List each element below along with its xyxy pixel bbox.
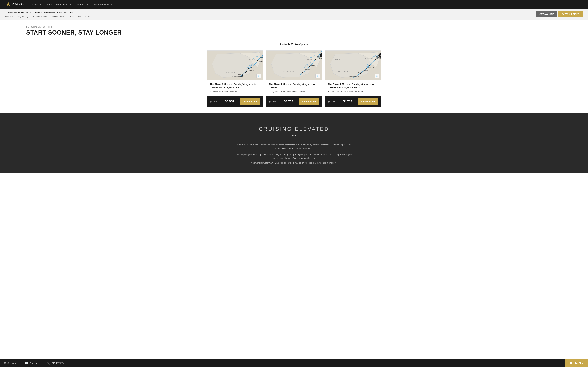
card-body-1: The Rhine & Moselle: Canals, Vineyards &… — [207, 80, 263, 96]
top-navigation: AVALON WATERWAYS Cruises ▼ Deals Why Ava… — [0, 0, 588, 9]
card-map-3: GERMANY LUXEMBOURG PARIS COLOGNE ENGERS … — [325, 51, 381, 80]
svg-text:🚢: 🚢 — [317, 54, 320, 58]
card-desc-2: 8 Day River Cruise Amsterdam to Remich — [269, 91, 319, 93]
elevated-body: Avalon Waterways has redefined cruising … — [235, 143, 353, 165]
map-zoom-button-3[interactable]: 🔍 — [375, 74, 379, 78]
svg-text:COCHEM: COCHEM — [363, 70, 368, 71]
svg-text:COLOGNE: COLOGNE — [259, 61, 263, 62]
card-map-2: GERMANY LUXEMBOURG COLOGNE KOBLENZ COCHE… — [266, 51, 322, 80]
nav-deals[interactable]: Deals — [46, 3, 52, 6]
subnav-day-by-day[interactable]: Day-By-Day — [17, 15, 28, 20]
avalon-logo-icon — [5, 2, 11, 8]
sale-price-2: $3,709 — [284, 100, 297, 103]
svg-text:REMICH: REMICH — [358, 72, 363, 73]
card-title-1: The Rhine & Moselle: Canals, Vineyards &… — [210, 83, 260, 89]
subnav-cruise-variations[interactable]: Cruise Variations — [32, 15, 47, 20]
svg-point-7 — [245, 72, 246, 73]
svg-text:🚢: 🚢 — [260, 55, 263, 58]
card-footer-3: $5,258 $4,758 LEARN MORE — [325, 96, 381, 107]
svg-text:PARIS: PARIS — [335, 59, 340, 61]
svg-text:GERMANY: GERMANY — [248, 59, 257, 60]
map-zoom-button-2[interactable]: 🔍 — [315, 74, 320, 78]
route-map-3: GERMANY LUXEMBOURG PARIS COLOGNE ENGERS … — [325, 51, 381, 80]
available-cruise-options-title: Available Cruise Options — [26, 43, 562, 46]
svg-text:LUXEMBOURG CITY: LUXEMBOURG CITY — [232, 76, 243, 77]
elevated-body-line2: Avalon puts you in the captain's seat to… — [235, 152, 353, 160]
logo-text: AVALON WATERWAYS — [12, 3, 25, 7]
subnav-hotels[interactable]: Hotels — [85, 15, 90, 20]
svg-text:COLOGNE: COLOGNE — [316, 58, 322, 59]
sale-price-3: $4,758 — [343, 100, 356, 103]
subheader-buttons: GET A QUOTE DATES & PRICES — [536, 11, 583, 19]
main-content: PERSONALIZE YOUR TRIP START SOONER, STAY… — [0, 20, 588, 113]
cruise-card-3: GERMANY LUXEMBOURG PARIS COLOGNE ENGERS … — [325, 50, 381, 108]
section-title: START SOONER, STAY LONGER — [26, 29, 562, 36]
svg-marker-0 — [6, 2, 10, 6]
card-map-1: GERMANY LUXEMBOURG COLOGNE KOBLENZ COCHE… — [207, 51, 263, 80]
svg-text:7: 7 — [380, 54, 381, 56]
svg-text:KOBLENZ: KOBLENZ — [251, 65, 258, 67]
route-map-2: GERMANY LUXEMBOURG COLOGNE KOBLENZ COCHE… — [266, 51, 322, 80]
elevated-underline: 〜 — [26, 133, 562, 139]
elevated-underline-right — [300, 136, 326, 136]
learn-more-button-1[interactable]: LEARN MORE — [240, 99, 260, 105]
original-price-1: $5,158 — [210, 100, 223, 103]
card-title-3: The Rhine & Moselle: Canals, Vineyards &… — [328, 83, 378, 89]
cruise-title: THE RHINE & MOSELLE: CANALS, VINEYARDS A… — [5, 11, 536, 14]
nav-why-avalon[interactable]: Why Avalon ▼ — [56, 3, 71, 6]
title-divider — [26, 38, 33, 38]
svg-text:🚢: 🚢 — [376, 54, 379, 58]
card-title-2: The Rhine & Moselle: Canals, Vineyards &… — [269, 83, 319, 89]
sale-price-1: $4,908 — [225, 100, 238, 103]
cruise-cards-container: GERMANY LUXEMBOURG COLOGNE KOBLENZ COCHE… — [26, 50, 562, 108]
svg-text:REMICH: REMICH — [303, 71, 307, 73]
svg-text:LUXEMBOURG: LUXEMBOURG — [224, 71, 236, 73]
svg-text:LUXEMBOURG CITY: LUXEMBOURG CITY — [349, 75, 360, 77]
get-quote-button[interactable]: GET A QUOTE — [536, 11, 557, 17]
dates-prices-button[interactable]: DATES & PRICES — [558, 11, 583, 17]
svg-point-27 — [305, 70, 305, 71]
svg-text:LUXEMBOURG: LUXEMBOURG — [338, 71, 351, 73]
map-zoom-button-1[interactable]: 🔍 — [256, 74, 261, 78]
subnav-overview[interactable]: Overview — [5, 15, 13, 20]
elevated-body-line1: Avalon Waterways has redefined cruising … — [235, 143, 353, 150]
svg-text:LUXEMBOURG: LUXEMBOURG — [283, 71, 295, 72]
personalize-label: PERSONALIZE YOUR TRIP — [26, 26, 562, 28]
elevated-underline-left — [262, 136, 288, 136]
elevated-body-line3: mesmerizing waterways. One step aboard o… — [235, 161, 353, 165]
main-nav-list: Cruises ▼ Deals Why Avalon ▼ Our Fleet ▼… — [31, 3, 112, 6]
subheader-left: THE RHINE & MOSELLE: CANALS, VINEYARDS A… — [5, 11, 536, 20]
cruise-card-2: GERMANY LUXEMBOURG COLOGNE KOBLENZ COCHE… — [266, 50, 322, 108]
elevated-title: CRUISING ELEVATED — [26, 126, 562, 132]
cruise-card-1: GERMANY LUXEMBOURG COLOGNE KOBLENZ COCHE… — [207, 50, 263, 108]
learn-more-button-2[interactable]: LEARN MORE — [299, 99, 319, 105]
logo[interactable]: AVALON WATERWAYS — [5, 2, 25, 8]
nav-cruise-planning[interactable]: Cruise Planning ▼ — [93, 3, 112, 6]
original-price-2: $4,209 — [269, 100, 282, 103]
elevated-swirl-icon: 〜 — [292, 133, 296, 139]
subheader: THE RHINE & MOSELLE: CANALS, VINEYARDS A… — [0, 9, 588, 20]
cruising-elevated-section: CRUISING ELEVATED 〜 Avalon Waterways has… — [0, 113, 588, 173]
subnav-cruising-elevated[interactable]: Cruising Elevated — [51, 15, 66, 20]
nav-cruises[interactable]: Cruises ▼ — [31, 3, 41, 6]
learn-more-button-3[interactable]: LEARN MORE — [358, 99, 378, 105]
svg-text:BERNKASTEL: BERNKASTEL — [247, 70, 255, 71]
svg-text:7: 7 — [321, 54, 322, 56]
sub-navigation: Overview Day-By-Day Cruise Variations Cr… — [5, 15, 536, 20]
original-price-3: $5,258 — [328, 100, 341, 103]
card-body-3: The Rhine & Moselle: Canals, Vineyards &… — [325, 80, 381, 96]
card-footer-2: $4,209 $3,709 LEARN MORE — [266, 96, 322, 107]
card-desc-3: 10 Day River Cruise Paris to Amsterdam — [328, 91, 378, 93]
svg-text:COCHEM: COCHEM — [305, 69, 310, 70]
card-footer-1: $5,158 $4,908 LEARN MORE — [207, 96, 263, 107]
svg-text:RÜDESHEIM: RÜDESHEIM — [370, 64, 377, 66]
nav-our-fleet[interactable]: Our Fleet ▼ — [76, 3, 88, 6]
svg-text:COLOGNE: COLOGNE — [376, 58, 381, 59]
card-desc-1: 10 days from Amsterdam to Paris — [210, 91, 260, 93]
svg-point-6 — [246, 71, 247, 72]
svg-point-2 — [257, 60, 258, 61]
svg-text:KOBLENZ: KOBLENZ — [310, 65, 316, 66]
svg-text:BERNKASTEL: BERNKASTEL — [366, 67, 374, 68]
card-body-2: The Rhine & Moselle: Canals, Vineyards &… — [266, 80, 322, 96]
subnav-ship-details[interactable]: Ship Details — [70, 15, 81, 20]
